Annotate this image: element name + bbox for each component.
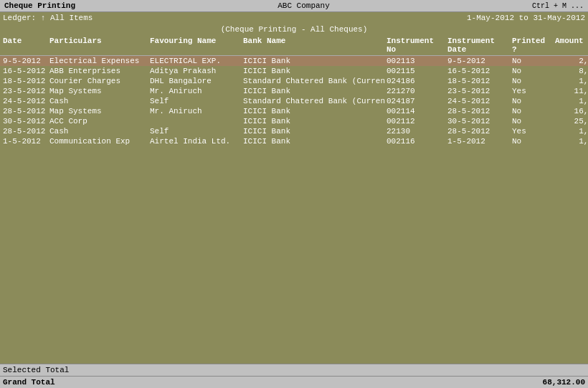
- cell-favouring: ELECTRICAL EXP.: [148, 57, 242, 65]
- cell-instrument-no: 024186: [385, 77, 446, 85]
- table-row[interactable]: 23-5-2012 Map Systems Mr. Aniruch ICICI …: [0, 86, 588, 96]
- cell-instrument-date: 9-5-2012: [446, 57, 511, 65]
- cell-amount: 8,500.00: [554, 67, 588, 75]
- cell-printed: No: [511, 107, 554, 115]
- cell-amount: 2,102.00: [554, 57, 588, 65]
- col-bank: Bank Name: [242, 37, 385, 54]
- table-row[interactable]: 9-5-2012 Electrical Expenses ELECTRICAL …: [0, 56, 588, 66]
- cell-amount: 16,500.00: [554, 107, 588, 115]
- table-row[interactable]: 18-5-2012 Courier Charges DHL Bangalore …: [0, 76, 588, 86]
- cell-instrument-date: 18-5-2012: [446, 77, 511, 85]
- cell-instrument-no: 22130: [385, 127, 446, 136]
- cell-instrument-no: 002115: [385, 67, 446, 75]
- cell-date: 28-5-2012: [1, 107, 48, 115]
- cell-instrument-date: 23-5-2012: [446, 87, 511, 95]
- cell-particulars: Map Systems: [48, 107, 148, 115]
- cell-favouring: Self: [148, 97, 242, 105]
- cell-particulars: Electrical Expenses: [48, 57, 148, 65]
- footer: Selected Total Grand Total 68,312.00: [0, 364, 588, 388]
- table-row[interactable]: 1-5-2012 Communication Exp Airtel India …: [0, 136, 588, 146]
- column-header: Date Particulars Favouring Name Bank Nam…: [0, 35, 588, 56]
- cell-amount: 1,260.00: [554, 77, 588, 85]
- cell-date: 1-5-2012: [1, 137, 48, 146]
- cell-particulars: Communication Exp: [48, 137, 148, 146]
- cell-date: 30-5-2012: [1, 117, 48, 126]
- title-bar: Cheque Printing ABC Company Ctrl + M ...: [0, 0, 588, 12]
- cell-amount: 11,500.00: [554, 87, 588, 95]
- cell-printed: No: [511, 67, 554, 75]
- col-instrument-no: Instrument No: [385, 37, 446, 54]
- cell-printed: No: [511, 117, 554, 126]
- cell-particulars: ACC Corp: [48, 117, 148, 126]
- col-amount: Amount: [554, 37, 588, 54]
- cell-printed: No: [511, 97, 554, 105]
- table-row[interactable]: 28-5-2012 Cash Self ICICI Bank 22130 28-…: [0, 126, 588, 136]
- cell-bank: ICICI Bank: [242, 67, 385, 75]
- table-row[interactable]: 30-5-2012 ACC Corp ICICI Bank 002112 30-…: [0, 116, 588, 126]
- cell-printed: No: [511, 137, 554, 146]
- cell-amount: 1,000.00: [554, 137, 588, 146]
- cell-favouring: Airtel India Ltd.: [148, 137, 242, 146]
- col-particulars: Particulars: [48, 37, 148, 54]
- cell-date: 18-5-2012: [1, 77, 48, 85]
- company-name: ABC Company: [278, 1, 330, 10]
- cell-particulars: Cash: [48, 97, 148, 105]
- cell-amount: 1,200.00: [554, 97, 588, 105]
- cell-favouring: Mr. Aniruch: [148, 107, 242, 115]
- cell-date: 24-5-2012: [1, 97, 48, 105]
- cell-printed: Yes: [511, 87, 554, 95]
- cell-bank: Standard Chatered Bank (Current A/c): [242, 77, 385, 85]
- cell-favouring: Aditya Prakash: [148, 67, 242, 75]
- cell-printed: Yes: [511, 127, 554, 136]
- table-row[interactable]: 28-5-2012 Map Systems Mr. Aniruch ICICI …: [0, 106, 588, 116]
- cell-amount: 25,000.00: [554, 117, 588, 126]
- cell-favouring: [148, 117, 242, 126]
- cell-favouring: DHL Bangalore: [148, 77, 242, 85]
- cell-bank: Standard Chatered Bank (Current A/c): [242, 97, 385, 105]
- grand-total-label: Grand Total: [3, 378, 55, 387]
- cell-instrument-no: 002112: [385, 117, 446, 126]
- cell-instrument-no: 221270: [385, 87, 446, 95]
- cell-particulars: Courier Charges: [48, 77, 148, 85]
- cell-instrument-date: 28-5-2012: [446, 107, 511, 115]
- cell-particulars: ABB Enterprises: [48, 67, 148, 75]
- cell-printed: No: [511, 57, 554, 65]
- cell-favouring: Self: [148, 127, 242, 136]
- cell-instrument-no: 002116: [385, 137, 446, 146]
- col-favouring: Favouring Name: [148, 37, 242, 54]
- cell-instrument-no: 024187: [385, 97, 446, 105]
- ledger-label: Ledger: ↑ All Items: [3, 14, 93, 22]
- col-instrument-date: Instrument Date: [446, 37, 511, 54]
- app-title: Cheque Printing: [4, 1, 75, 10]
- cell-particulars: Cash: [48, 127, 148, 136]
- cell-bank: ICICI Bank: [242, 87, 385, 95]
- cell-instrument-date: 1-5-2012: [446, 137, 511, 146]
- grand-total-bar: Grand Total 68,312.00: [0, 376, 588, 388]
- cell-date: 28-5-2012: [1, 127, 48, 136]
- cell-instrument-date: 16-5-2012: [446, 67, 511, 75]
- shortcuts: Ctrl + M ...: [532, 2, 584, 10]
- cell-bank: ICICI Bank: [242, 127, 385, 136]
- table-row[interactable]: 24-5-2012 Cash Self Standard Chatered Ba…: [0, 96, 588, 106]
- cell-bank: ICICI Bank: [242, 117, 385, 126]
- cell-date: 23-5-2012: [1, 87, 48, 95]
- date-range: 1-May-2012 to 31-May-2012: [467, 14, 585, 22]
- cell-bank: ICICI Bank: [242, 137, 385, 146]
- report-title: (Cheque Printing - All Cheques): [0, 24, 588, 35]
- ledger-bar: Ledger: ↑ All Items 1-May-2012 to 31-May…: [0, 12, 588, 24]
- cell-particulars: Map Systems: [48, 87, 148, 95]
- cell-date: 9-5-2012: [1, 57, 48, 65]
- cell-instrument-date: 28-5-2012: [446, 127, 511, 136]
- cell-instrument-date: 30-5-2012: [446, 117, 511, 126]
- cell-amount: 1,250.00: [554, 127, 588, 136]
- cell-bank: ICICI Bank: [242, 57, 385, 65]
- cell-instrument-no: 002114: [385, 107, 446, 115]
- cell-favouring: Mr. Aniruch: [148, 87, 242, 95]
- cell-printed: No: [511, 77, 554, 85]
- col-date: Date: [1, 37, 48, 54]
- data-table: 9-5-2012 Electrical Expenses ELECTRICAL …: [0, 56, 588, 146]
- cell-bank: ICICI Bank: [242, 107, 385, 115]
- cell-instrument-no: 002113: [385, 57, 446, 65]
- table-row[interactable]: 16-5-2012 ABB Enterprises Aditya Prakash…: [0, 66, 588, 76]
- cell-instrument-date: 24-5-2012: [446, 97, 511, 105]
